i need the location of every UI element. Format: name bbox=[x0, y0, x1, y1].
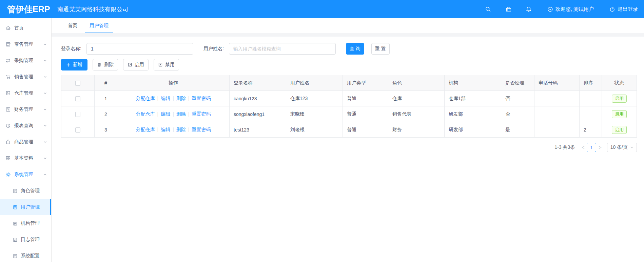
sidebar-item-label: 销售管理 bbox=[14, 74, 33, 80]
row-checkbox[interactable] bbox=[75, 127, 80, 133]
edit-link[interactable]: 编辑 bbox=[161, 111, 170, 117]
exchange-icon bbox=[5, 58, 11, 63]
delete-link[interactable]: 删除 bbox=[176, 127, 186, 132]
col-actions: 操作 bbox=[117, 75, 230, 91]
col-name: 用户姓名 bbox=[286, 75, 343, 91]
search-icon[interactable] bbox=[485, 6, 491, 12]
sidebar-item-purchase[interactable]: 采购管理 bbox=[0, 53, 51, 69]
sidebar-item-system[interactable]: 系统管理 bbox=[0, 166, 51, 183]
user-chevron-icon bbox=[547, 6, 553, 12]
sidebar-item-warehouse[interactable]: 仓库管理 bbox=[0, 85, 51, 101]
assign-warehouse-link[interactable]: 分配仓库 bbox=[136, 96, 155, 101]
sidebar-subitem-config[interactable]: 系统配置 bbox=[0, 248, 51, 262]
chevron-down-icon bbox=[43, 43, 47, 46]
next-page-button[interactable]: > bbox=[599, 145, 601, 150]
disable-button[interactable]: 禁用 bbox=[154, 59, 179, 70]
row-checkbox[interactable] bbox=[75, 112, 80, 117]
reset-password-link[interactable]: 重置密码 bbox=[192, 96, 211, 101]
app-logo[interactable]: 管伊佳ERP bbox=[0, 4, 52, 15]
row-index: 3 bbox=[95, 122, 117, 138]
chevron-down-icon bbox=[630, 146, 633, 149]
tab-home[interactable]: 首页 bbox=[62, 18, 83, 33]
x-square-icon bbox=[158, 62, 163, 67]
gear-icon bbox=[5, 172, 11, 177]
check-square-icon bbox=[128, 62, 132, 67]
money-icon bbox=[5, 107, 11, 112]
login-name-input[interactable] bbox=[86, 43, 193, 55]
sidebar-subitem-roles[interactable]: 角色管理 bbox=[0, 183, 51, 199]
sidebar-item-label: 仓库管理 bbox=[14, 90, 33, 96]
page-size-select[interactable]: 10 条/页 bbox=[607, 143, 637, 152]
link-separator: | bbox=[173, 111, 174, 117]
retail-icon bbox=[5, 42, 11, 47]
reset-button[interactable]: 重 置 bbox=[371, 43, 390, 55]
tab-user-management[interactable]: 用户管理 bbox=[83, 18, 115, 33]
logout-button[interactable]: 退出登录 bbox=[609, 6, 638, 13]
welcome-text: 欢迎您, 测试用户 bbox=[555, 6, 594, 13]
cell-name: 宋晓锋 bbox=[286, 106, 343, 122]
select-all-checkbox[interactable] bbox=[75, 81, 80, 86]
table-row: 2 分配仓库|编辑|删除|重置密码 songxiaofeng1 宋晓锋 普通 销… bbox=[61, 106, 637, 122]
sidebar-subitem-orgs[interactable]: 机构管理 bbox=[0, 215, 51, 231]
sidebar-subitem-logs[interactable]: 日志管理 bbox=[0, 231, 51, 248]
table-row: 3 分配仓库|编辑|删除|重置密码 test123 刘老根 普通 财务 研发部 … bbox=[61, 122, 637, 138]
company-name: 南通某某网络科技有限公司 bbox=[57, 5, 129, 13]
col-type: 用户类型 bbox=[343, 75, 388, 91]
row-checkbox[interactable] bbox=[75, 96, 80, 101]
col-role: 角色 bbox=[388, 75, 445, 91]
sidebar-item-reports[interactable]: 报表查询 bbox=[0, 118, 51, 134]
assign-warehouse-link[interactable]: 分配仓库 bbox=[136, 111, 155, 117]
sidebar-item-label: 采购管理 bbox=[14, 58, 33, 64]
delete-button-label: 删除 bbox=[104, 62, 114, 68]
plus-icon bbox=[66, 63, 71, 67]
row-actions: 分配仓库|编辑|删除|重置密码 bbox=[117, 106, 230, 122]
sidebar-item-goods[interactable]: 商品管理 bbox=[0, 134, 51, 150]
edit-link[interactable]: 编辑 bbox=[161, 96, 170, 101]
cell-type: 普通 bbox=[343, 106, 388, 122]
table-header-row: # 操作 登录名称 用户姓名 用户类型 角色 机构 是否经理 电话号码 排序 状… bbox=[61, 75, 637, 91]
sidebar-item-home[interactable]: 首页 bbox=[0, 20, 51, 36]
add-button[interactable]: 新增 bbox=[61, 59, 87, 70]
row-actions: 分配仓库|编辑|删除|重置密码 bbox=[117, 91, 230, 106]
col-sort: 排序 bbox=[580, 75, 602, 91]
cell-org: 仓库1部 bbox=[445, 91, 501, 106]
cell-role: 仓库 bbox=[388, 91, 445, 106]
sidebar-item-sales[interactable]: 销售管理 bbox=[0, 69, 51, 85]
edit-link[interactable]: 编辑 bbox=[161, 127, 170, 132]
enable-button[interactable]: 启用 bbox=[123, 59, 149, 70]
col-manager: 是否经理 bbox=[501, 75, 534, 91]
cell-name: 刘老根 bbox=[286, 122, 343, 138]
sidebar-subitem-users[interactable]: 用户管理 bbox=[0, 199, 51, 215]
bell-icon[interactable] bbox=[526, 6, 532, 12]
prev-page-button[interactable]: < bbox=[582, 145, 584, 150]
sidebar-item-retail[interactable]: 零售管理 bbox=[0, 36, 51, 53]
page-number[interactable]: 1 bbox=[587, 143, 596, 152]
bank-icon[interactable] bbox=[505, 6, 511, 12]
delete-link[interactable]: 删除 bbox=[176, 96, 186, 101]
sidebar-subitem-label: 系统配置 bbox=[21, 253, 40, 259]
home-icon bbox=[5, 25, 11, 31]
delete-link[interactable]: 删除 bbox=[176, 111, 186, 117]
cell-login: cangku123 bbox=[230, 91, 286, 106]
reset-password-link[interactable]: 重置密码 bbox=[192, 111, 211, 117]
sidebar-item-finance[interactable]: 财务管理 bbox=[0, 101, 51, 118]
delete-button[interactable]: 删除 bbox=[93, 59, 118, 70]
cell-sort bbox=[580, 106, 602, 122]
reset-password-link[interactable]: 重置密码 bbox=[192, 127, 211, 132]
assign-warehouse-link[interactable]: 分配仓库 bbox=[136, 127, 155, 132]
query-button[interactable]: 查 询 bbox=[346, 43, 364, 55]
user-menu[interactable]: 欢迎您, 测试用户 bbox=[547, 6, 594, 13]
cell-manager: 否 bbox=[501, 106, 534, 122]
cell-name: 仓库123 bbox=[286, 91, 343, 106]
cart-icon bbox=[5, 74, 11, 80]
logout-icon bbox=[609, 6, 615, 12]
disable-button-label: 禁用 bbox=[165, 62, 175, 68]
user-name-input[interactable] bbox=[229, 43, 336, 55]
col-phone: 电话号码 bbox=[534, 75, 580, 91]
chevron-down-icon bbox=[43, 75, 47, 79]
sidebar-item-basic-data[interactable]: 基本资料 bbox=[0, 150, 51, 166]
sidebar-item-label: 财务管理 bbox=[14, 106, 33, 113]
cell-phone bbox=[534, 122, 580, 138]
cell-login: songxiaofeng1 bbox=[230, 106, 286, 122]
sidebar-item-label: 报表查询 bbox=[14, 123, 33, 129]
